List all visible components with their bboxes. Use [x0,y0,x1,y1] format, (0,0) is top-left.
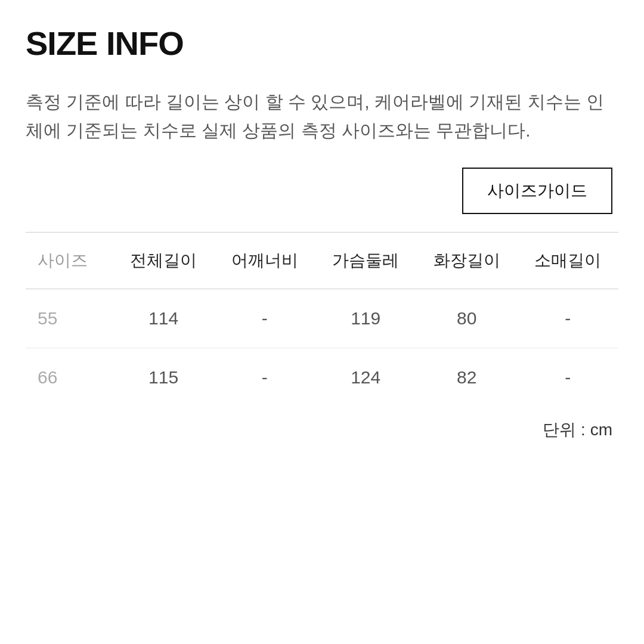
table-cell: - [214,289,315,348]
table-cell: - [517,348,618,407]
size-table: 사이즈 전체길이 어깨너비 가슴둘레 화장길이 소매길이 55114-11980… [26,233,618,407]
size-guide-button[interactable]: 사이즈가이드 [462,168,612,214]
col-chest: 가슴둘레 [315,233,416,289]
guide-button-row: 사이즈가이드 [26,168,618,214]
col-shoulder: 어깨너비 [214,233,315,289]
table-cell: 114 [113,289,214,348]
unit-text: 단위 : cm [543,419,612,441]
table-cell: 115 [113,348,214,407]
table-cell: 80 [416,289,518,348]
table-row: 55114-11980- [26,289,618,348]
table-row: 66115-12482- [26,348,618,407]
page-container: SIZE INFO 측정 기준에 따라 길이는 상이 할 수 있으며, 케어라벨… [0,0,644,471]
description-text: 측정 기준에 따라 길이는 상이 할 수 있으며, 케어라벨에 기재된 치수는 … [26,88,618,145]
table-header-row: 사이즈 전체길이 어깨너비 가슴둘레 화장길이 소매길이 [26,233,618,289]
table-cell: - [214,348,315,407]
col-size: 사이즈 [26,233,113,289]
unit-row: 단위 : cm [26,407,618,447]
table-cell: 55 [26,289,113,348]
table-cell: 66 [26,348,113,407]
col-sleeve: 소매길이 [517,233,618,289]
col-sleeve-length: 화장길이 [416,233,518,289]
table-cell: 82 [416,348,518,407]
table-cell: - [517,289,618,348]
table-cell: 124 [315,348,416,407]
col-total-length: 전체길이 [113,233,214,289]
table-cell: 119 [315,289,416,348]
page-title: SIZE INFO [26,24,618,63]
